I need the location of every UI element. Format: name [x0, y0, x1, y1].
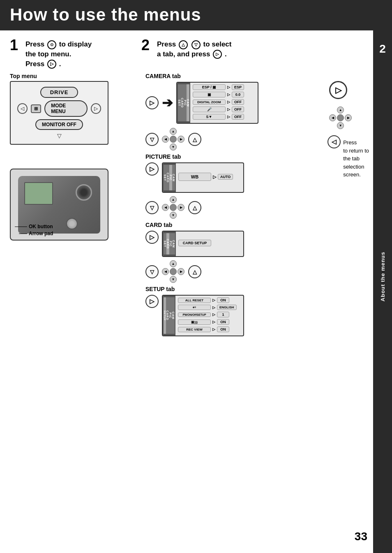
main-content: 1 Press ⊙ to display the top menu. Press…	[10, 38, 369, 353]
right-arrow-nav: ▷	[91, 103, 101, 114]
mode-menu-button: MODE MENU	[44, 100, 87, 117]
monitor-off-button: MONITOR OFF	[35, 119, 83, 130]
picture-tab-screen: SET CARD PIC CAM WB▷AUTO	[162, 162, 244, 193]
pad-down: ▼	[170, 143, 177, 150]
step-2-number: 2	[141, 38, 154, 53]
nav-icon: ⊞	[31, 104, 41, 113]
camera-labels: OK button Arrow pad	[15, 224, 53, 236]
right-arrow-icon-setup: ▷	[145, 295, 159, 308]
between-card-setup: ▽ ▲ ◀ ▶ ▼ △	[145, 260, 201, 283]
nav-pad-1: ▲ ◀ ▶ ▼	[162, 128, 185, 151]
camera-lens	[76, 184, 92, 201]
card-tab-label: CARD tab	[145, 222, 172, 228]
ok-button-label-row: OK button	[15, 224, 53, 229]
arrow-section-1: ▷ ➔ SET CARD PIC CAM	[145, 82, 258, 124]
between-cam-pic: ▽ ▲ ◀ ▶ ▼ △	[145, 128, 201, 151]
press-return-section: ◁ Press to return to the tab selection s…	[327, 135, 369, 179]
page-number: 33	[355, 530, 367, 543]
pad-center	[170, 136, 177, 143]
camera-dial	[66, 218, 78, 229]
nav-pad-2: ▲ ◀ ▶ ▼	[162, 196, 185, 219]
pad-up: ▲	[170, 128, 177, 135]
vertical-nav-right: ▲ ◀ ▶ ▼	[329, 106, 352, 130]
arrow-pad-label-row: Arrow pad	[15, 231, 53, 236]
drive-button: DRIVE	[40, 87, 78, 98]
down-arrow-icon: ▽	[191, 40, 201, 49]
setup-tab-screen: SETUP CARD PIC CAM ALL RESET▷ON ♦≡▷ENGLI…	[162, 295, 244, 336]
steps-row: 1 Press ⊙ to display the top menu. Press…	[10, 38, 369, 69]
down-arrow-left-1: ▽	[145, 133, 159, 146]
top-menu-label: Top menu	[10, 73, 145, 79]
tab-flow-right: ▷ ▲ ◀ ▶ ▼	[317, 73, 369, 336]
tab-flow: CAMERA tab ▷ ➔ SET CARD	[145, 73, 369, 336]
step-1: 1 Press ⊙ to display the top menu. Press…	[10, 38, 129, 69]
card-menu-items: CARD SETUP	[176, 231, 243, 256]
card-tab-strip: SET CARD PIC CAM	[163, 231, 176, 256]
right-arrow-icon-2: ▷	[213, 50, 222, 59]
right-column: CAMERA tab ▷ ➔ SET CARD	[145, 73, 369, 336]
picture-tab-label: PICTURE tab	[145, 153, 181, 160]
down-arrow-left-3: ▽	[145, 265, 159, 278]
between-pic-card: ▽ ▲ ◀ ▶ ▼ △	[145, 196, 201, 219]
sidebar-chapter-number: 2	[373, 39, 392, 59]
picture-tab-strip: SET CARD PIC CAM	[163, 163, 176, 192]
camera-tab-label: CAMERA tab	[145, 73, 181, 79]
top-menu-box: DRIVE ◁ ⊞ MODE MENU ▷ MONITOR OFF ▽	[10, 81, 108, 145]
up-arrow-right-2: △	[188, 201, 201, 214]
sidebar-label: About the menus	[380, 252, 386, 301]
right-arrow-icon-cam: ▷	[145, 96, 159, 109]
menu-button-icon: ⊙	[47, 40, 56, 49]
up-arrow-icon: △	[179, 40, 188, 49]
columns: Top menu DRIVE ◁ ⊞ MODE MENU ▷ MONITOR O…	[10, 73, 369, 336]
right-sidebar: 2 About the menus	[373, 0, 392, 553]
step-2-text: Press △ ▽ to select a tab, and press ▷ .	[157, 39, 231, 59]
big-right-arrow: ➔	[162, 95, 173, 111]
tab-flow-center: CAMERA tab ▷ ➔ SET CARD	[145, 73, 317, 336]
camera-tab-screen: SET CARD PIC CAM ESP / ▣▷ESP ▣▷0.0 DIGIT…	[176, 82, 258, 124]
large-right-arrow-icon: ▷	[329, 81, 347, 99]
up-arrow-right-1: △	[188, 133, 201, 146]
arrow-pad-label: Arrow pad	[29, 231, 53, 236]
camera-screen	[24, 182, 53, 205]
left-arrow-return-icon: ◁	[327, 135, 341, 148]
setup-menu-items: ALL RESET▷ON ♦≡▷ENGLISH PWON/OffSETUP▷1 …	[175, 296, 243, 336]
camera-menu-items: ESP / ▣▷ESP ▣▷0.0 DIGITAL ZOOM▷OFF 🎤▷OFF…	[190, 83, 258, 123]
left-column: Top menu DRIVE ◁ ⊞ MODE MENU ▷ MONITOR O…	[10, 73, 145, 336]
right-arrow-icon-1: ▷	[47, 60, 56, 69]
pad-left: ◀	[162, 136, 169, 143]
camera-tab-strip: SET CARD PIC CAM	[177, 83, 190, 123]
down-arrow-left-2: ▽	[145, 201, 159, 214]
page-title: How to use the menus	[10, 5, 382, 25]
setup-tab-label: SETUP tab	[145, 286, 175, 292]
step-1-number: 1	[10, 38, 22, 53]
step-2: 2 Press △ ▽ to select a tab, and press ▷…	[141, 38, 231, 69]
left-arrow-nav: ◁	[17, 103, 28, 114]
right-arrow-icon-card: ▷	[145, 231, 159, 244]
step-1-text: Press ⊙ to display the top menu. Press ▷…	[25, 39, 92, 69]
up-arrow-right-3: △	[188, 265, 201, 278]
camera-image-box: OK button Arrow pad	[10, 169, 108, 241]
card-tab-screen: SET CARD PIC CAM CARD SETUP	[162, 231, 244, 257]
pad-right: ▶	[178, 136, 184, 143]
picture-tab-row: ▷ SET CARD PIC CAM WB▷AUTO	[145, 162, 244, 193]
ok-button-label: OK button	[29, 224, 53, 229]
nav-pad-3: ▲ ◀ ▶ ▼	[162, 260, 185, 283]
setup-tab-row: ▷ SETUP CARD PIC CAM ALL RESET▷	[145, 295, 244, 336]
press-return-text: Press to return to the tab selection scr…	[343, 139, 369, 179]
picture-menu-items: WB▷AUTO	[176, 163, 243, 192]
setup-tab-strip: SETUP CARD PIC CAM	[163, 296, 175, 336]
down-arrow-small: ▽	[57, 132, 62, 139]
card-tab-row: ▷ SET CARD PIC CAM CARD SETUP	[145, 231, 244, 257]
right-arrow-icon-pic: ▷	[145, 162, 159, 176]
page-header: How to use the menus	[0, 0, 392, 30]
